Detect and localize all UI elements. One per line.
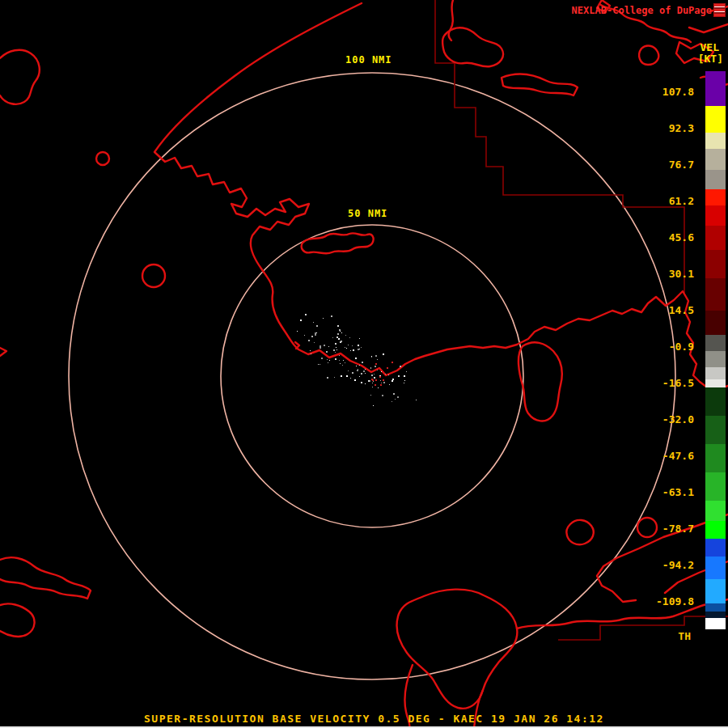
colorbar-segment — [705, 603, 726, 612]
coastline-path — [0, 50, 40, 104]
colorbar-tick: -94.2 — [662, 559, 694, 571]
colorbar-segment — [705, 189, 726, 205]
colorbar-segment — [705, 149, 726, 170]
colorbar-segment — [705, 387, 726, 416]
colorbar-unit-label: VEL — [700, 41, 719, 53]
range-ring-100nmi — [69, 73, 675, 679]
range-label-100nmi: 100 NMI — [343, 54, 395, 66]
coastlines — [0, 0, 728, 728]
coastline-path — [0, 557, 91, 599]
velocity-colorbar — [705, 71, 726, 629]
coastline-path — [295, 342, 299, 349]
colorbar-segment — [705, 226, 726, 250]
island-outline — [142, 265, 165, 287]
island-outline — [637, 518, 657, 537]
colorbar-tick: -47.6 — [662, 450, 694, 462]
colorbar-tick: -109.8 — [656, 595, 694, 607]
colorbar-segment — [705, 539, 726, 557]
colorbar-segment — [705, 311, 726, 335]
coastline-path — [518, 342, 562, 421]
coastline-path — [0, 348, 6, 356]
range-ring-50nmi — [221, 225, 523, 527]
radar-display: 100 NMI 50 NMI NEXLAB-College of DuPage … — [0, 0, 728, 728]
colorbar-tick: 92.3 — [669, 122, 694, 134]
coastline-path — [689, 24, 728, 32]
colorbar-segment — [705, 557, 726, 579]
coastline-path — [397, 590, 518, 709]
colorbar-segment — [705, 579, 726, 603]
colorbar-segment — [705, 351, 726, 367]
colorbar-segment — [705, 133, 726, 149]
colorbar-threshold-label: TH — [678, 630, 691, 642]
coastline-path — [502, 74, 578, 95]
colorbar-segment — [705, 379, 726, 387]
coastline-path — [448, 0, 453, 40]
colorbar-segment — [705, 444, 726, 472]
boundary-line — [558, 616, 728, 640]
coastline-path — [517, 599, 728, 629]
colorbar-segment — [705, 71, 726, 106]
colorbar-segment — [705, 472, 726, 501]
colorbar-segment — [705, 205, 726, 226]
colorbar-tick: -0.9 — [669, 341, 694, 353]
colorbar-segment — [705, 501, 726, 521]
coastline-path — [442, 28, 503, 66]
colorbar-tick: 61.2 — [669, 195, 694, 207]
colorbar-segment — [705, 521, 726, 539]
colorbar-segment — [705, 170, 726, 189]
colorbar-segment — [705, 612, 726, 618]
colorbar-tick: 45.6 — [669, 231, 694, 243]
island-outline — [96, 152, 109, 165]
colorbar-segment — [705, 618, 726, 629]
colorbar-segment — [705, 367, 726, 379]
nexlab-brand-text: NEXLAB-College of DuPage — [572, 5, 712, 16]
coastline-path — [302, 233, 374, 253]
nexlab-logo-icon — [713, 3, 726, 17]
coastline-path — [566, 520, 594, 544]
colorbar-segment — [705, 250, 726, 278]
range-label-50nmi: 50 NMI — [345, 208, 390, 219]
range-rings — [69, 73, 675, 679]
colorbar-tick: -16.5 — [662, 377, 694, 389]
colorbar-tick: -32.0 — [662, 413, 694, 425]
colorbar-tick: -63.1 — [662, 486, 694, 498]
colorbar-tick: 14.5 — [669, 304, 694, 316]
colorbar-segment — [705, 416, 726, 444]
radar-map — [0, 0, 728, 728]
coastline-path — [639, 46, 658, 65]
colorbar-tick: 76.7 — [669, 159, 694, 171]
colorbar-segment — [705, 106, 726, 133]
colorbar-unit-bracket: [KT] — [698, 53, 723, 65]
colorbar-tick: 30.1 — [669, 268, 694, 280]
coastline-path — [154, 3, 728, 387]
colorbar-segment — [705, 278, 726, 311]
colorbar-segment — [705, 335, 726, 351]
coastline-path — [0, 603, 35, 637]
colorbar-tick: 107.8 — [662, 86, 694, 98]
product-title: SUPER-RESOLUTION BASE VELOCITY 0.5 DEG -… — [144, 713, 604, 725]
colorbar-tick: -78.7 — [662, 523, 694, 535]
